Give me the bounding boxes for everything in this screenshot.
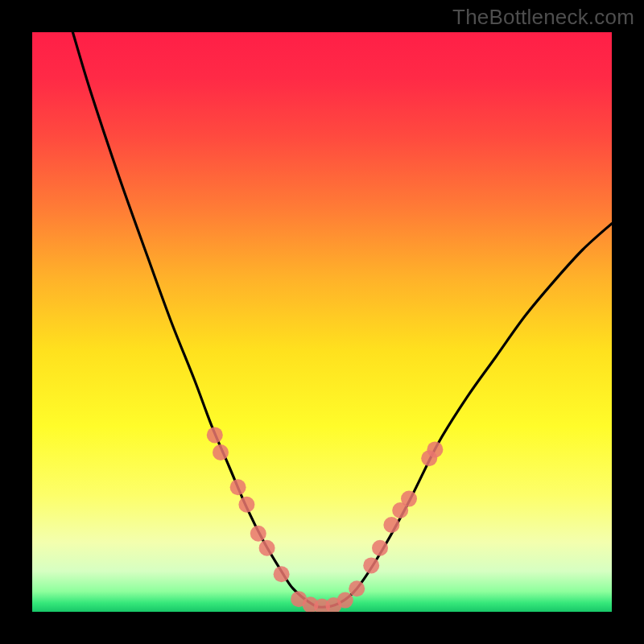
data-marker [259, 540, 275, 556]
data-marker [207, 427, 223, 443]
data-marker [349, 580, 365, 597]
curve-layer [32, 32, 612, 612]
marker-group [207, 427, 444, 612]
data-marker [427, 441, 443, 457]
data-marker [250, 526, 266, 542]
data-marker [337, 592, 353, 609]
plot-area [32, 32, 612, 612]
data-marker [363, 557, 379, 573]
data-marker [383, 517, 399, 533]
data-marker [213, 444, 229, 460]
data-marker [230, 479, 246, 495]
data-marker [274, 566, 290, 582]
data-marker [238, 497, 254, 513]
data-marker [401, 491, 417, 507]
watermark-text: TheBottleneck.com [452, 5, 634, 30]
outer-frame: TheBottleneck.com [0, 0, 644, 644]
data-marker [372, 540, 388, 556]
main-curve [72, 32, 612, 607]
